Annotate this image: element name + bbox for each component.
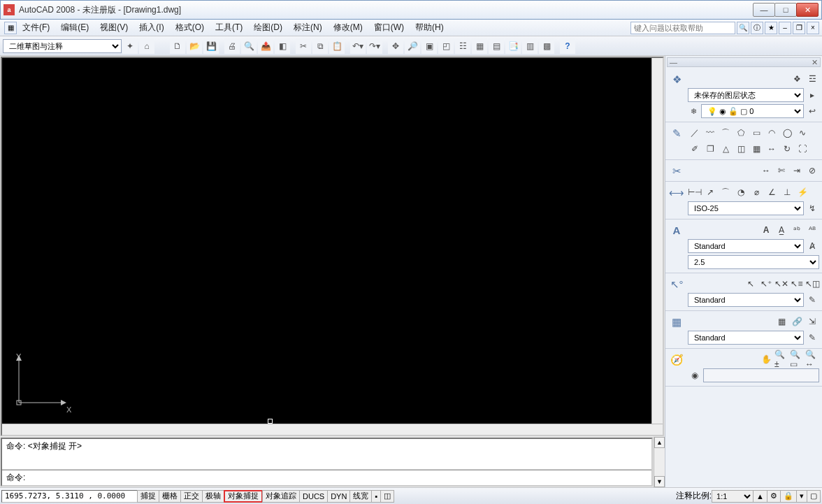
- dim-style-manager-icon[interactable]: ↯: [805, 201, 819, 215]
- leader-tab-icon[interactable]: ↖°: [667, 275, 686, 308]
- lock-icon[interactable]: 🔒: [780, 490, 797, 503]
- doc-restore-button[interactable]: ❐: [793, 22, 805, 34]
- close-button[interactable]: ✕: [796, 3, 819, 17]
- new-icon[interactable]: 🗋: [170, 38, 185, 54]
- spell-icon[interactable]: ᵃᵇ: [790, 223, 804, 237]
- doc-minimize-button[interactable]: –: [779, 22, 791, 34]
- dim-radius-icon[interactable]: ◔: [734, 185, 748, 199]
- doc-close-button[interactable]: ×: [807, 22, 819, 34]
- menu-format[interactable]: 格式(O): [170, 20, 210, 35]
- pan-rt-icon[interactable]: ✋: [759, 352, 773, 366]
- table-style-select[interactable]: Standard: [688, 331, 804, 345]
- trim-icon[interactable]: ✄: [774, 164, 788, 178]
- favorites-icon[interactable]: ★: [765, 22, 777, 34]
- scale-icon[interactable]: ⛶: [795, 142, 809, 156]
- layer-select[interactable]: 💡 ◉ 🔓 ▢ 0: [701, 104, 804, 118]
- scroll-up-icon[interactable]: ▲: [654, 437, 665, 448]
- rotate-icon[interactable]: ↻: [780, 142, 794, 156]
- modify-tab-icon[interactable]: ✂: [667, 162, 686, 179]
- anno-vis-icon[interactable]: ▲: [753, 490, 767, 503]
- maximize-button[interactable]: □: [774, 3, 797, 17]
- coords-readout[interactable]: 1695.7273, 5.3110 , 0.0000: [1, 490, 138, 503]
- mtext-icon[interactable]: A: [759, 223, 773, 237]
- redo-icon[interactable]: ↷▾: [367, 38, 382, 54]
- dim-angle-icon[interactable]: ∠: [765, 185, 779, 199]
- app-menu-icon[interactable]: ▦: [4, 22, 17, 34]
- print-icon[interactable]: 🖨: [224, 38, 240, 54]
- spline-icon[interactable]: ∿: [795, 126, 809, 140]
- horizontal-scrollbar[interactable]: [2, 424, 663, 435]
- line-icon[interactable]: ／: [688, 126, 702, 140]
- dyn-toggle[interactable]: DYN: [327, 490, 350, 503]
- menu-tools[interactable]: 工具(T): [210, 20, 248, 35]
- zoom-icon[interactable]: 🔎: [405, 38, 420, 54]
- drawing-canvas[interactable]: Y X: [2, 58, 651, 424]
- help-search-input[interactable]: [630, 22, 735, 34]
- ducs-toggle[interactable]: DUCS: [299, 490, 328, 503]
- dim-quick-icon[interactable]: ⚡: [795, 185, 809, 199]
- mleader-add-icon[interactable]: ↖⁺: [759, 277, 773, 291]
- layer-state-select[interactable]: 未保存的图层状态: [688, 88, 804, 102]
- dim-aligned-icon[interactable]: ↗: [703, 185, 717, 199]
- palette-header[interactable]: —✕: [667, 57, 821, 67]
- search-icon[interactable]: 🔍: [737, 22, 749, 34]
- markup-icon[interactable]: ▥: [522, 38, 538, 54]
- qp-toggle[interactable]: ◫: [380, 490, 394, 503]
- stretch-icon[interactable]: ↔: [759, 164, 773, 178]
- move-icon[interactable]: ↔: [765, 142, 779, 156]
- model-toggle[interactable]: ▪: [371, 490, 381, 503]
- layer-manager-icon[interactable]: ❖: [790, 72, 804, 86]
- arc2-icon[interactable]: ◠: [765, 126, 779, 140]
- snap-toggle[interactable]: 捕捉: [137, 490, 159, 503]
- zoom-prev-icon[interactable]: ◰: [438, 38, 454, 54]
- menu-window[interactable]: 窗口(W): [368, 20, 410, 35]
- cleanscreen-icon[interactable]: ▢: [807, 490, 821, 503]
- menu-draw[interactable]: 绘图(D): [248, 20, 288, 35]
- zoom-window-icon[interactable]: ▣: [421, 38, 437, 54]
- extend-icon[interactable]: ⇥: [790, 164, 804, 178]
- designcenter-icon[interactable]: ▦: [472, 38, 487, 54]
- dim-arc-icon[interactable]: ⌒: [719, 185, 733, 199]
- save-icon[interactable]: 💾: [203, 38, 219, 54]
- publish-icon[interactable]: 📤: [258, 38, 273, 54]
- dim-ordinate-icon[interactable]: ⊥: [780, 185, 794, 199]
- leader-style-mgr-icon[interactable]: ✎: [805, 293, 819, 307]
- table-tab-icon[interactable]: ▦: [667, 313, 686, 346]
- menu-view[interactable]: 视图(V): [94, 20, 134, 35]
- arc-icon[interactable]: ⌒: [719, 126, 733, 140]
- command-scrollbar[interactable]: ▲ ▼: [654, 437, 665, 487]
- copy-icon[interactable]: ⧉: [312, 38, 328, 54]
- layer-state-action-icon[interactable]: ▸: [805, 88, 819, 102]
- grid-toggle[interactable]: 栅格: [159, 490, 181, 503]
- pline-icon[interactable]: 〰: [703, 126, 717, 140]
- menu-help[interactable]: 帮助(H): [410, 20, 449, 35]
- preview-icon[interactable]: 🔍: [241, 38, 257, 54]
- mleader-remove-icon[interactable]: ↖✕: [774, 277, 788, 291]
- leader-style-select[interactable]: Standard: [688, 293, 804, 307]
- lwt-toggle[interactable]: 线宽: [349, 490, 372, 503]
- menu-dimension[interactable]: 标注(N): [288, 20, 328, 35]
- array-icon[interactable]: ▦: [749, 142, 763, 156]
- menu-modify[interactable]: 修改(M): [328, 20, 368, 35]
- dim-style-select[interactable]: ISO-25: [688, 201, 804, 215]
- mleader-icon[interactable]: ↖: [744, 277, 758, 291]
- minimize-button[interactable]: —: [753, 3, 775, 17]
- open-icon[interactable]: 📂: [187, 38, 202, 54]
- polar-toggle[interactable]: 极轴: [202, 490, 224, 503]
- undo-icon[interactable]: ↶▾: [350, 38, 366, 54]
- draw-tab-icon[interactable]: ✎: [667, 124, 686, 157]
- anno-auto-icon[interactable]: ⚙: [767, 490, 781, 503]
- dim-linear-icon[interactable]: ⊢⊣: [688, 185, 702, 199]
- table-style-mgr-icon[interactable]: ✎: [805, 331, 819, 345]
- workspace-settings-icon[interactable]: ✦: [122, 38, 138, 54]
- home-icon[interactable]: ⌂: [139, 38, 154, 54]
- table-create-icon[interactable]: ▦: [774, 315, 788, 329]
- calc-icon[interactable]: ▩: [539, 38, 554, 54]
- circle-icon[interactable]: ◯: [780, 126, 794, 140]
- plot-icon[interactable]: ◧: [275, 38, 290, 54]
- dtext-icon[interactable]: A̲: [774, 223, 788, 237]
- sheetset-icon[interactable]: 📑: [505, 38, 521, 54]
- text-style-select[interactable]: Standard: [688, 239, 804, 253]
- polygon-icon[interactable]: ⬠: [734, 126, 748, 140]
- menu-insert[interactable]: 插入(I): [134, 20, 169, 35]
